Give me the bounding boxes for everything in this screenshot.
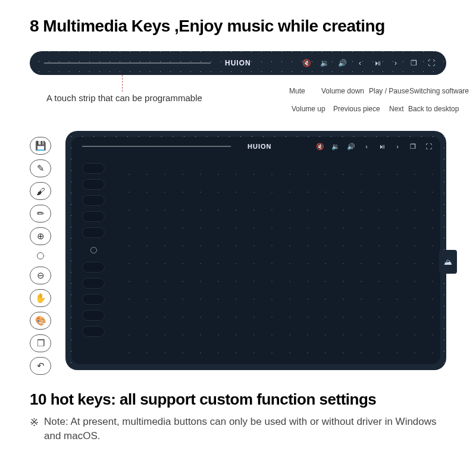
multimedia-bar: HUION 🔇 🔉 🔊 ‹ ⏯ › ❐ ⛶ <box>30 51 446 75</box>
hotkey-icon-zoom-out: ⊖ <box>30 267 51 284</box>
label-mute: Mute <box>289 87 305 95</box>
hotkey-icon-layers: ❐ <box>30 334 51 352</box>
touch-strip <box>44 62 211 64</box>
express-key <box>82 262 105 273</box>
express-key <box>82 195 105 206</box>
back-desktop-icon: ⛶ <box>427 59 436 67</box>
hotkey-icon-pen: ✏ <box>30 205 51 223</box>
express-key <box>82 278 105 289</box>
express-key <box>82 227 105 238</box>
headline: 8 Multimedia Keys ,Enjoy music while cre… <box>30 17 446 36</box>
volume-up-icon: 🔉 <box>320 59 328 67</box>
express-key <box>82 326 105 337</box>
label-play-pause: Play / Pause <box>369 87 409 95</box>
back-desktop-icon: ⛶ <box>425 143 432 151</box>
mute-icon: 🔇 <box>317 143 324 151</box>
note-mark-icon: ※ <box>30 415 39 430</box>
label-volume-up: Volume up <box>292 105 325 113</box>
hotkey-icon-brush: 🖌 <box>30 182 51 200</box>
active-area <box>113 159 433 357</box>
brand-logo: HUION <box>225 51 251 75</box>
play-pause-icon: ⏯ <box>374 59 382 67</box>
top-bar-section: HUION 🔇 🔉 🔊 ‹ ⏯ › ❐ ⛶ A touch strip that… <box>30 51 446 123</box>
next-icon: › <box>392 59 400 67</box>
previous-icon: ‹ <box>356 59 364 67</box>
hotkey-icon-undo: ↶ <box>30 357 51 375</box>
switch-software-icon: ❐ <box>409 143 416 151</box>
touch-strip-label: A touch strip that can be programmable <box>46 93 202 103</box>
volume-down-icon: 🔊 <box>347 143 355 151</box>
label-next: Next <box>389 105 404 113</box>
led-indicator <box>82 243 105 256</box>
express-key <box>82 211 105 222</box>
tablet-device: HUION 🔇 🔉 🔊 ‹ ⏯ › ❐ ⛶ <box>65 131 446 370</box>
switch-software-icon: ❐ <box>409 59 418 67</box>
label-volume-down: Volume down <box>321 87 364 95</box>
previous-icon: ‹ <box>363 143 370 151</box>
leader-line <box>122 75 123 92</box>
next-icon: › <box>394 143 401 151</box>
volume-up-icon: 🔉 <box>332 143 339 151</box>
pen-holder-tag: ⛰ <box>439 250 457 274</box>
express-key-column <box>82 163 105 337</box>
media-key-row: 🔇 🔉 🔊 ‹ ⏯ › ❐ ⛶ <box>302 51 436 75</box>
express-key <box>82 294 105 305</box>
bottom-heading: 10 hot keys: all support custom function… <box>30 390 446 409</box>
hotkey-icon-save: 💾 <box>30 137 51 155</box>
volume-down-icon: 🔊 <box>338 59 346 67</box>
label-switching-software: Switching software <box>409 87 469 95</box>
hotkey-icon-hand: ✋ <box>30 289 51 307</box>
express-key <box>82 179 105 190</box>
tablet-touch-strip <box>82 146 231 147</box>
hotkey-icon-pencil: ✎ <box>30 159 51 177</box>
mute-icon: 🔇 <box>302 59 311 67</box>
label-back-desktop: Back to desktop <box>408 105 459 113</box>
express-key <box>82 310 105 321</box>
tablet-brand-logo: HUION <box>248 143 271 150</box>
hotkey-icon-indicator <box>30 250 51 262</box>
label-previous-piece: Previous piece <box>333 105 380 113</box>
side-icon-column: 💾 ✎ 🖌 ✏ ⊕ ⊖ ✋ 🎨 ❐ ↶ <box>30 137 51 375</box>
hotkey-icon-zoom-in: ⊕ <box>30 227 51 245</box>
hotkey-icon-palette: 🎨 <box>30 312 51 330</box>
tablet-section: 💾 ✎ 🖌 ✏ ⊕ ⊖ ✋ 🎨 ❐ ↶ HUION 🔇 🔉 🔊 <box>30 131 446 381</box>
tablet-top-bar: HUION 🔇 🔉 🔊 ‹ ⏯ › ❐ ⛶ <box>71 137 440 156</box>
note-body: Note: At present, multimedia buttons can… <box>44 416 437 441</box>
express-key <box>82 163 105 174</box>
bottom-section: 10 hot keys: all support custom function… <box>30 390 446 443</box>
note-text: ※ Note: At present, multimedia buttons c… <box>30 415 446 443</box>
play-pause-icon: ⏯ <box>378 143 386 151</box>
